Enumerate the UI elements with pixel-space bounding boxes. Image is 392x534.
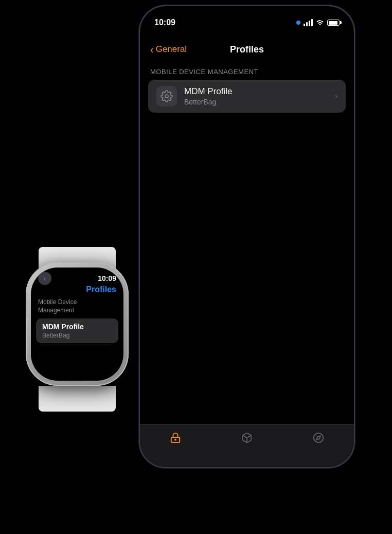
svg-point-4 xyxy=(313,433,323,442)
section-label: MOBILE DEVICE MANAGEMENT xyxy=(150,68,344,76)
tab-item-1[interactable] xyxy=(168,431,183,445)
iphone-screen: 10:09 xyxy=(140,6,354,467)
iphone-device: 10:09 xyxy=(139,5,355,468)
watch-back-button[interactable]: ‹ xyxy=(38,272,51,285)
signal-bars-icon xyxy=(304,19,313,26)
compass-icon xyxy=(311,431,326,445)
signal-bar-3 xyxy=(309,21,310,26)
watch-screen: ‹ 10:09 Profiles Mobile DeviceManagement… xyxy=(31,268,123,381)
svg-point-2 xyxy=(175,439,176,440)
iphone-time: 10:09 xyxy=(154,18,175,27)
battery-fill xyxy=(329,21,337,25)
watch-section-text: Mobile DeviceManagement xyxy=(38,298,77,314)
svg-point-0 xyxy=(165,95,168,98)
iphone-content: MOBILE DEVICE MANAGEMENT MDM Profile Bet… xyxy=(140,68,354,426)
tab-item-2[interactable] xyxy=(240,431,254,445)
signal-bar-4 xyxy=(311,19,313,26)
mdm-profile-item[interactable]: MDM Profile BetterBag › xyxy=(148,80,346,113)
profile-title: MDM Profile xyxy=(184,86,335,97)
apple-watch-device: ‹ 10:09 Profiles Mobile DeviceManagement… xyxy=(10,247,144,412)
wifi-icon xyxy=(316,19,324,27)
iphone-nav-bar: ‹ General Profiles xyxy=(140,36,354,63)
iphone-tab-bar xyxy=(140,424,354,467)
watch-status-bar: ‹ 10:09 xyxy=(31,268,123,285)
profile-text: MDM Profile BetterBag xyxy=(184,86,335,106)
back-label: General xyxy=(156,44,187,55)
battery-icon xyxy=(327,20,340,26)
watch-profile-item[interactable]: MDM Profile BetterBag xyxy=(36,318,118,343)
watch-profile-subtitle: BetterBag xyxy=(42,332,112,339)
back-button[interactable]: ‹ General xyxy=(150,44,187,56)
status-icons xyxy=(296,19,340,27)
watch-time: 10:09 xyxy=(98,274,116,282)
dynamic-island xyxy=(216,12,278,30)
watch-case: ‹ 10:09 Profiles Mobile DeviceManagement… xyxy=(26,262,129,386)
power-button[interactable] xyxy=(354,78,355,109)
bluetooth-icon xyxy=(296,21,300,25)
watch-band-bottom xyxy=(39,386,116,412)
lock-icon xyxy=(168,431,183,445)
signal-bar-2 xyxy=(306,22,308,26)
list-chevron-icon: › xyxy=(335,92,337,101)
watch-back-chevron-icon: ‹ xyxy=(44,274,46,282)
watch-profile-title: MDM Profile xyxy=(42,323,112,331)
profile-subtitle: BetterBag xyxy=(184,98,335,106)
chevron-left-icon: ‹ xyxy=(150,44,154,56)
watch-section-label: Mobile DeviceManagement xyxy=(31,294,123,316)
mdm-profile-icon xyxy=(156,86,177,106)
signal-bar-1 xyxy=(304,24,305,26)
package-icon xyxy=(240,431,254,445)
gear-icon xyxy=(161,90,173,102)
watch-title: Profiles xyxy=(31,285,123,294)
tab-item-3[interactable] xyxy=(311,431,326,445)
svg-marker-5 xyxy=(316,436,320,440)
